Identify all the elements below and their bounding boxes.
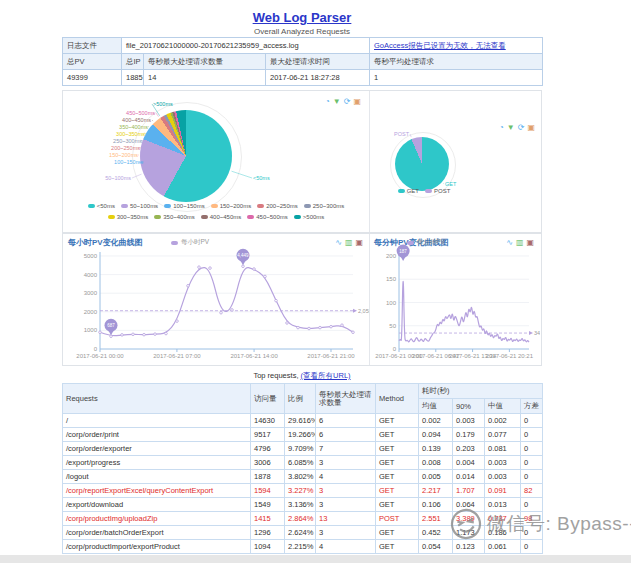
legend-label: 100~150ms xyxy=(173,203,205,209)
table-cell: 14630 xyxy=(251,414,285,428)
table-row: /corp/order/print951719.266%6GET0.0940.1… xyxy=(63,428,543,442)
legend-item[interactable]: 100~150ms xyxy=(164,203,205,209)
pie-icon[interactable]: ◔ xyxy=(325,97,330,106)
pie-slice-label: 50~100ms xyxy=(105,175,131,181)
col-mean: 均值 xyxy=(419,399,453,414)
table-row: /logout18783.802%4GET0.0050.0140.0030 xyxy=(63,470,543,484)
svg-text:687: 687 xyxy=(107,323,115,328)
table-cell: 0.003 xyxy=(485,456,521,470)
table-cell: 7 xyxy=(316,442,376,456)
table-cell: 0.008 xyxy=(419,456,453,470)
response-time-pie-chart[interactable] xyxy=(140,110,232,202)
svg-text:100: 100 xyxy=(386,300,397,306)
legend-item[interactable]: 400~450ms xyxy=(201,214,242,220)
legend-label: 300~350ms xyxy=(117,214,149,220)
page-subtitle: Overall Analyzed Requests xyxy=(62,27,542,36)
table-cell: 3.136% xyxy=(285,498,316,512)
table-cell: 1415 xyxy=(251,512,285,526)
svg-text:2000: 2000 xyxy=(84,309,98,315)
legend-item[interactable]: <50ms xyxy=(88,203,115,209)
legend-item[interactable]: POST xyxy=(425,188,450,194)
legend-item[interactable]: GET xyxy=(398,188,419,194)
view-all-urls-link[interactable]: (查看所有URL) xyxy=(301,371,351,380)
page-title-link[interactable]: Web Log Parser xyxy=(62,10,542,25)
table-cell: 0.002 xyxy=(419,414,453,428)
pie-slice-label: 250~300ms xyxy=(113,138,142,144)
table-row: /corp/order/exporter47969.709%7GET0.1390… xyxy=(63,442,543,456)
legend-item[interactable]: >500ms xyxy=(294,214,325,220)
col-pv: 访问量 xyxy=(251,384,285,414)
save-image-icon[interactable]: ▣ xyxy=(353,97,361,106)
minute-pv-line-chart[interactable]: 0501001502002017-06-21 00:002017-06-21 0… xyxy=(369,234,540,365)
http-method-pie-chart[interactable] xyxy=(395,137,449,191)
table-cell: GET xyxy=(376,442,419,456)
legend-item[interactable]: 300~350ms xyxy=(108,214,149,220)
svg-text:200: 200 xyxy=(386,253,397,259)
hourly-pv-line-chart[interactable]: 0100020003000400050002017-06-21 00:00201… xyxy=(63,234,369,365)
legend-marker xyxy=(154,215,161,219)
legend-label: >500ms xyxy=(303,214,325,220)
table-cell: 1.707 xyxy=(453,484,485,498)
legend-item[interactable]: 150~200ms xyxy=(211,203,252,209)
pie-slice-label: <50ms xyxy=(253,175,270,181)
svg-text:0: 0 xyxy=(393,346,397,352)
table-cell: 1594 xyxy=(251,484,285,498)
svg-text:2,058.29: 2,058.29 xyxy=(358,308,369,314)
pie-icon[interactable]: ◔ xyxy=(499,123,504,132)
table-cell: 6.085% xyxy=(285,456,316,470)
pie-slice-label: GET xyxy=(445,181,456,187)
svg-text:4,449: 4,449 xyxy=(237,253,249,258)
table-cell: 9517 xyxy=(251,428,285,442)
svg-text:2017-06-21 14:00: 2017-06-21 14:00 xyxy=(230,353,278,359)
legend-item[interactable]: 200~250ms xyxy=(257,203,298,209)
table-cell: 3 xyxy=(316,484,376,498)
table-cell: 0.003 xyxy=(485,470,521,484)
table-row: /1463029.616%6GET0.0020.0030.0020 xyxy=(63,414,543,428)
summary-header-cell: 总PV xyxy=(63,54,122,70)
table-cell: 6 xyxy=(316,428,376,442)
table-cell: GET xyxy=(376,470,419,484)
funnel-icon[interactable]: ▼ xyxy=(333,97,341,106)
legend-label: 50~100ms xyxy=(130,203,158,209)
summary-header-cell: 最大处理请求时间 xyxy=(266,54,370,70)
summary-logfile-row: 日志文件 file_20170621000000-20170621235959_… xyxy=(63,38,543,54)
legend-item[interactable]: 250~300ms xyxy=(304,203,345,209)
pie1-toolbox: ◔ ▼ ⟳ ▣ xyxy=(325,97,361,106)
save-image-icon[interactable]: ▣ xyxy=(527,123,535,132)
legend-marker xyxy=(294,215,301,219)
legend-label: GET xyxy=(407,188,419,194)
col-ratio: 比例 xyxy=(285,384,316,414)
legend-marker xyxy=(304,204,311,208)
watermark: 微信号: Bypass-- xyxy=(448,506,631,542)
table-cell: 4 xyxy=(316,470,376,484)
table-cell: 0.203 xyxy=(453,442,485,456)
svg-text:1000: 1000 xyxy=(84,327,98,333)
refresh-icon[interactable]: ⟳ xyxy=(344,97,351,106)
table-cell: 0.004 xyxy=(453,456,485,470)
svg-text:2017-06-21 00:00: 2017-06-21 00:00 xyxy=(76,353,124,359)
legend-label: POST xyxy=(434,188,450,194)
pie1-legend-row2: 300~350ms350~400ms400~450ms450~500ms>500… xyxy=(63,214,369,220)
summary-header-row: 总PV总IP每秒最大处理请求数量最大处理请求时间每秒平均处理请求 xyxy=(63,54,543,70)
log-file-value: file_20170621000000-20170621235959_acces… xyxy=(122,38,370,54)
summary-value-cell: 49399 xyxy=(63,70,122,86)
request-path-cell: /corp/productImg/uploadZip xyxy=(63,512,251,526)
request-path-cell: /corp/productImport/exportProduct xyxy=(63,540,251,554)
legend-label: 250~300ms xyxy=(313,203,345,209)
goaccess-link[interactable]: GoAccess报告已设置为无效，无法查看 xyxy=(374,41,506,50)
legend-item[interactable]: 50~100ms xyxy=(121,203,158,209)
legend-item[interactable]: 350~400ms xyxy=(154,214,195,220)
funnel-icon[interactable]: ▼ xyxy=(507,123,515,132)
svg-text:5000: 5000 xyxy=(84,253,98,259)
legend-item[interactable]: 450~500ms xyxy=(247,214,288,220)
legend-label: 350~400ms xyxy=(163,214,195,220)
summary-value-row: 493991885142017-06-21 18:27:281 xyxy=(63,70,543,86)
col-requests: Requests xyxy=(63,384,251,414)
log-file-label: 日志文件 xyxy=(63,38,122,54)
col-90pct: 90% xyxy=(453,399,485,414)
svg-text:2017-06-21 21:00: 2017-06-21 21:00 xyxy=(307,353,355,359)
refresh-icon[interactable]: ⟳ xyxy=(518,123,525,132)
table-cell: GET xyxy=(376,428,419,442)
table-cell: 29.616% xyxy=(285,414,316,428)
table-cell: 9.709% xyxy=(285,442,316,456)
